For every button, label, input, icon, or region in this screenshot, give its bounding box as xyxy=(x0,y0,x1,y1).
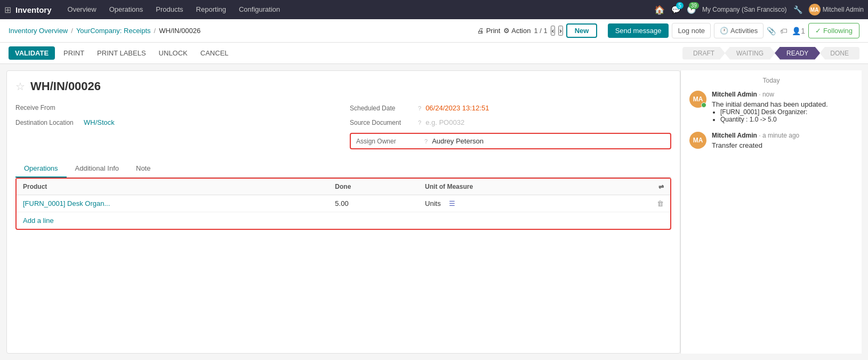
new-button[interactable]: New xyxy=(566,23,598,38)
chatter-text-1: The initial demand has been updated. xyxy=(712,100,828,108)
activity-icon[interactable]: 🕐 39 xyxy=(687,5,696,14)
admin-name: MA Mitchell Admin xyxy=(809,4,864,15)
col-product: Product xyxy=(17,179,328,195)
user-count-icon[interactable]: 👤1 xyxy=(792,27,805,35)
scheduled-date-help: ? xyxy=(418,105,421,111)
receive-from-field: Receive From xyxy=(15,104,337,112)
print-action-button[interactable]: PRINT xyxy=(59,46,89,60)
breadcrumb-inventory[interactable]: Inventory Overview xyxy=(9,27,68,35)
chatter-header-1: Mitchell Admin · now xyxy=(712,91,828,98)
message-badge: 5 xyxy=(676,2,684,9)
status-ready: READY xyxy=(775,47,820,60)
chatter-author-1: Mitchell Admin xyxy=(712,91,757,98)
home-icon[interactable]: 🏠 xyxy=(654,5,665,15)
print-labels-button[interactable]: PRINT LABELS xyxy=(93,46,150,60)
form-header: ☆ WH/IN/00026 xyxy=(15,79,671,93)
chatter-header-2: Mitchell Admin · a minute ago xyxy=(712,132,799,139)
following-button[interactable]: ✓ Following xyxy=(808,23,859,38)
admin-avatar: MA xyxy=(809,4,821,15)
scheduled-date-label: Scheduled Date xyxy=(350,105,414,112)
breadcrumb-sep1: / xyxy=(71,27,73,35)
breadcrumb-bar: Inventory Overview / YourCompany: Receip… xyxy=(0,19,868,43)
scheduled-date-field: Scheduled Date ? 06/24/2023 13:12:51 xyxy=(350,104,671,112)
detail-icon[interactable]: ☰ xyxy=(449,199,455,207)
chatter-author-2: Mitchell Admin xyxy=(712,132,757,139)
company-name: My Company (San Francisco) xyxy=(702,6,787,13)
chatter-text-2: Transfer created xyxy=(712,141,799,149)
row-delete[interactable]: 🗑 xyxy=(608,195,670,212)
row-uom: Units ☰ xyxy=(419,195,608,212)
add-line-button[interactable]: Add a line xyxy=(17,212,60,229)
chatter-list-item-2: Quantity : 1.0 -> 5.0 xyxy=(720,116,828,123)
assign-owner-help: ? xyxy=(424,138,428,145)
assign-owner-label: Assign Owner xyxy=(356,138,420,145)
dest-location-label: Destination Location xyxy=(15,119,79,126)
chatter-content-1: Mitchell Admin · now The initial demand … xyxy=(712,91,828,123)
tab-additional-info[interactable]: Additional Info xyxy=(67,160,127,178)
operations-table: Product Done Unit of Measure ⇌ [FURN_000… xyxy=(17,179,670,212)
print-button[interactable]: 🖨 Print xyxy=(477,27,500,35)
star-icon[interactable]: ☆ xyxy=(15,80,25,93)
status-done: DONE xyxy=(819,47,859,60)
chatter-today: Today xyxy=(689,77,853,84)
columns-adjust-icon[interactable]: ⇌ xyxy=(658,183,664,190)
form-tabs: Operations Additional Info Note xyxy=(15,160,671,178)
action-bar: VALIDATE PRINT PRINT LABELS UNLOCK CANCE… xyxy=(0,43,868,64)
nav-configuration[interactable]: Configuration xyxy=(234,0,285,19)
message-icon[interactable]: 💬 5 xyxy=(671,5,680,14)
chatter-time-2: · a minute ago xyxy=(759,132,799,139)
chatter-time-1: · now xyxy=(759,91,774,98)
send-message-button[interactable]: Send message xyxy=(608,23,669,38)
tab-note[interactable]: Note xyxy=(127,160,159,178)
tab-operations[interactable]: Operations xyxy=(15,160,67,178)
pager-prev[interactable]: ‹ xyxy=(551,26,555,36)
pager: 1 / 1 xyxy=(534,27,547,35)
source-doc-label: Source Document xyxy=(350,119,414,126)
form-panel: ☆ WH/IN/00026 Receive From Scheduled Dat… xyxy=(6,70,680,354)
nav-overview[interactable]: Overview xyxy=(62,0,102,19)
breadcrumb-receipts[interactable]: YourCompany: Receipts xyxy=(76,27,151,35)
cancel-button[interactable]: CANCEL xyxy=(196,46,233,60)
check-icon: ✓ xyxy=(815,27,821,35)
source-doc-placeholder[interactable]: e.g. PO0032 xyxy=(425,118,464,126)
nav-reporting[interactable]: Reporting xyxy=(191,0,231,19)
status-draft: DRAFT xyxy=(682,47,725,60)
clock-icon: 🕐 xyxy=(720,27,728,35)
table-row: [FURN_0001] Desk Organ... 5.00 Units ☰ 🗑 xyxy=(17,195,670,212)
row-product[interactable]: [FURN_0001] Desk Organ... xyxy=(17,195,328,212)
tag-icon[interactable]: 🏷 xyxy=(780,27,787,35)
nav-products[interactable]: Products xyxy=(150,0,188,19)
wrench-icon[interactable]: 🔧 xyxy=(793,5,802,14)
assign-owner-field[interactable]: Assign Owner ? Audrey Peterson xyxy=(350,133,671,149)
col-uom: Unit of Measure xyxy=(419,179,608,195)
pager-next[interactable]: › xyxy=(558,26,562,36)
main-layout: ☆ WH/IN/00026 Receive From Scheduled Dat… xyxy=(0,64,868,360)
scheduled-date-value[interactable]: 06/24/2023 13:12:51 xyxy=(425,104,489,112)
receive-from-label: Receive From xyxy=(15,104,79,111)
log-note-button[interactable]: Log note xyxy=(672,23,711,38)
chatter-message-2: MA Mitchell Admin · a minute ago Transfe… xyxy=(689,132,853,149)
nav-operations[interactable]: Operations xyxy=(104,0,149,19)
row-done: 5.00 xyxy=(328,195,419,212)
action-button[interactable]: ⚙ Action xyxy=(503,27,531,35)
attachment-icon[interactable]: 📎 xyxy=(767,27,776,35)
breadcrumb-sep2: / xyxy=(154,27,156,35)
validate-button[interactable]: VALIDATE xyxy=(9,46,55,60)
extra-icons: 📎 🏷 👤1 xyxy=(767,27,805,35)
chatter-list-item-1: [FURN_0001] Desk Organizer: xyxy=(720,108,828,116)
chatter-avatar-1: MA xyxy=(689,91,706,108)
top-navigation: ⊞ Inventory Overview Operations Products… xyxy=(0,0,868,19)
dest-location-field: Destination Location WH/Stock xyxy=(15,118,337,126)
status-waiting: WAITING xyxy=(725,47,775,60)
breadcrumb-actions: 🖨 Print ⚙ Action 1 / 1 ‹ › New Send mess… xyxy=(477,23,859,38)
activities-button[interactable]: 🕐 Activities xyxy=(714,23,763,38)
col-done: Done xyxy=(328,179,419,195)
doc-title: WH/IN/00026 xyxy=(30,79,101,93)
app-name: Inventory xyxy=(15,5,52,14)
grid-icon[interactable]: ⊞ xyxy=(4,5,11,15)
assign-owner-value[interactable]: Audrey Peterson xyxy=(432,137,484,145)
unlock-button[interactable]: UNLOCK xyxy=(155,46,192,60)
col-actions: ⇌ xyxy=(608,179,670,195)
print-icon: 🖨 xyxy=(477,27,484,35)
dest-location-value[interactable]: WH/Stock xyxy=(84,118,115,126)
